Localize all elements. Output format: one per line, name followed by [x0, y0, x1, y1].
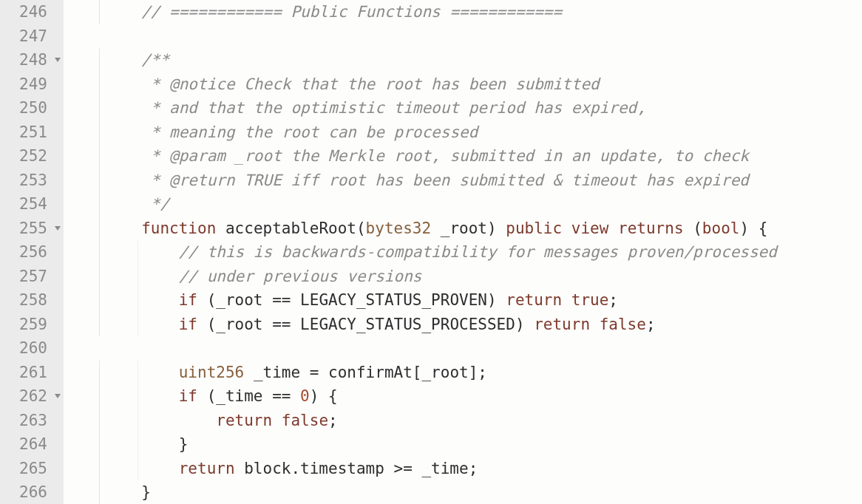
- indent-guide: [99, 217, 100, 241]
- indent-guide: [99, 192, 100, 217]
- indent-guide: [99, 48, 100, 72]
- line-number-text: 259: [19, 313, 47, 337]
- token: // ============ Public Functions =======…: [141, 3, 562, 21]
- indent-guide: [99, 480, 100, 504]
- line-number: 265: [0, 457, 64, 481]
- line-number: 257: [0, 265, 64, 289]
- indent: [67, 243, 179, 261]
- token: if: [179, 387, 197, 405]
- line-number: 263: [0, 409, 64, 433]
- indent-guide: [99, 144, 100, 168]
- indent: [67, 291, 179, 309]
- line-number-text: 262: [19, 384, 47, 409]
- token: // this is backwards-compatibility for m…: [179, 243, 777, 261]
- line-number-text: 246: [19, 0, 47, 24]
- token: uint256: [179, 364, 245, 381]
- token: block.timestamp >= _time;: [235, 460, 478, 477]
- fold-toggle-icon[interactable]: [55, 58, 61, 62]
- line-number-text: 258: [19, 288, 47, 313]
- line-number-text: 257: [19, 265, 47, 289]
- code-line[interactable]: // this is backwards-compatibility for m…: [67, 240, 862, 265]
- token: ;: [646, 316, 656, 333]
- code-line[interactable]: function acceptableRoot(bytes32 _root) p…: [67, 217, 862, 241]
- indent-guide: [99, 120, 100, 145]
- code-line[interactable]: return block.timestamp >= _time;: [67, 457, 862, 481]
- token: [562, 291, 571, 309]
- line-number: 255: [0, 217, 64, 241]
- indent-guide: [99, 240, 100, 265]
- gutter: 2462472482492502512522532542552562572582…: [0, 0, 64, 504]
- line-number-text: 251: [19, 120, 47, 145]
- code-line[interactable]: * and that the optimistic timeout period…: [67, 96, 862, 120]
- code-line[interactable]: return false;: [67, 409, 862, 433]
- indent-guide: [99, 168, 100, 193]
- token: returns: [618, 219, 684, 237]
- indent-guide: [99, 265, 100, 289]
- indent-guide: [99, 0, 100, 24]
- token: (_root == LEGACY_STATUS_PROVEN): [197, 291, 506, 309]
- line-number: 259: [0, 313, 64, 337]
- code-line[interactable]: }: [67, 480, 862, 504]
- indent: [67, 219, 141, 237]
- code-line[interactable]: if (_root == LEGACY_STATUS_PROVEN) retur…: [67, 288, 862, 313]
- code-line[interactable]: * @return TRUE iff root has been submitt…: [67, 168, 862, 193]
- line-number: 246: [0, 0, 64, 24]
- code-line[interactable]: }: [67, 432, 862, 457]
- line-number: 247: [0, 24, 64, 49]
- line-number: 256: [0, 240, 64, 265]
- token: return: [506, 291, 562, 309]
- line-number: 266: [0, 480, 64, 504]
- line-number: 258: [0, 288, 64, 313]
- token: (_root == LEGACY_STATUS_PROCESSED): [197, 316, 534, 333]
- indent: [67, 51, 141, 69]
- token: false: [600, 316, 646, 333]
- token: ;: [608, 291, 618, 309]
- line-number-text: 250: [19, 96, 47, 120]
- indent: [67, 387, 179, 405]
- indent-guide: [138, 361, 138, 385]
- code-line[interactable]: * meaning the root can be processed: [67, 120, 862, 145]
- code-line[interactable]: [67, 24, 862, 49]
- line-number: 251: [0, 120, 64, 145]
- fold-toggle-icon[interactable]: [55, 394, 61, 398]
- token: // under previous versions: [179, 268, 422, 285]
- line-number-text: 255: [19, 217, 47, 241]
- code-line[interactable]: /**: [67, 48, 862, 72]
- code-line[interactable]: * @param _root the Merkle root, submitte…: [67, 144, 862, 168]
- code-editor[interactable]: 2462472482492502512522532542552562572582…: [0, 0, 862, 504]
- code-line[interactable]: // ============ Public Functions =======…: [67, 0, 862, 24]
- code-line[interactable]: */: [67, 192, 862, 217]
- code-line[interactable]: if (_time == 0) {: [67, 384, 862, 409]
- token: [562, 219, 571, 237]
- line-number-text: 249: [19, 72, 47, 97]
- token: /**: [141, 51, 169, 69]
- token: [608, 219, 618, 237]
- line-number: 250: [0, 96, 64, 120]
- token: return: [216, 412, 272, 429]
- line-number-text: 256: [19, 240, 47, 265]
- line-number: 252: [0, 144, 64, 168]
- token: ) {: [739, 219, 767, 237]
- token: * and that the optimistic timeout period…: [141, 99, 646, 117]
- line-number: 253: [0, 168, 64, 193]
- code-line[interactable]: // under previous versions: [67, 265, 862, 289]
- indent: [67, 483, 141, 501]
- line-number: 262: [0, 384, 64, 409]
- code-line[interactable]: uint256 _time = confirmAt[_root];: [67, 361, 862, 385]
- token: acceptableRoot(: [216, 219, 365, 237]
- code-line[interactable]: [67, 336, 862, 361]
- token: * meaning the root can be processed: [141, 123, 478, 141]
- indent: [67, 412, 216, 429]
- code-line[interactable]: * @notice Check that the root has been s…: [67, 72, 862, 97]
- indent-guide: [138, 265, 138, 289]
- indent-guide: [138, 313, 138, 337]
- token: ) {: [310, 387, 338, 405]
- code-area[interactable]: // ============ Public Functions =======…: [64, 0, 862, 504]
- line-number-text: 261: [19, 361, 47, 385]
- fold-toggle-icon[interactable]: [55, 226, 61, 231]
- code-line[interactable]: if (_root == LEGACY_STATUS_PROCESSED) re…: [67, 313, 862, 337]
- indent: [67, 435, 179, 453]
- indent: [67, 316, 179, 333]
- indent: [67, 99, 141, 117]
- line-number: 261: [0, 361, 64, 385]
